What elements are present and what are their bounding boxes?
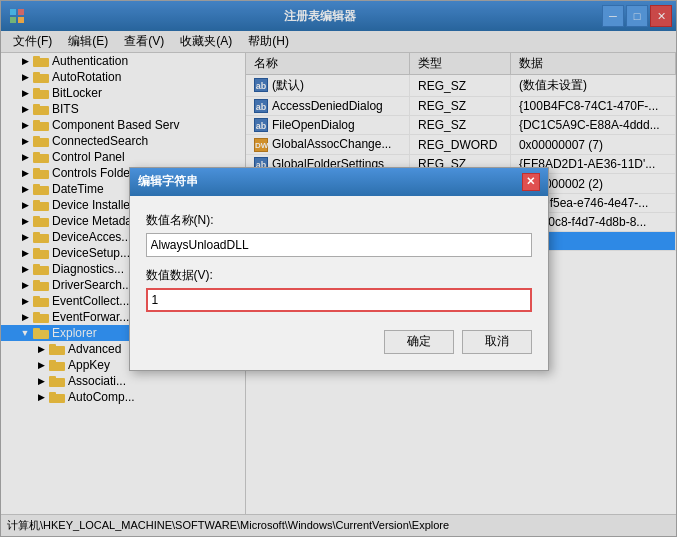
name-input[interactable] — [146, 233, 532, 257]
name-label: 数值名称(N): — [146, 212, 532, 229]
edit-string-dialog: 编辑字符串 ✕ 数值名称(N): 数值数据(V): 确定 取消 — [129, 167, 549, 371]
dialog-buttons: 确定 取消 — [146, 330, 532, 354]
name-section: 数值名称(N): — [146, 212, 532, 257]
cancel-button[interactable]: 取消 — [462, 330, 532, 354]
dialog-body: 数值名称(N): 数值数据(V): 确定 取消 — [130, 196, 548, 370]
dialog-title-bar: 编辑字符串 ✕ — [130, 168, 548, 196]
data-label: 数值数据(V): — [146, 267, 532, 284]
data-input[interactable] — [146, 288, 532, 312]
dialog-title-text: 编辑字符串 — [138, 173, 198, 190]
data-section: 数值数据(V): — [146, 267, 532, 312]
ok-button[interactable]: 确定 — [384, 330, 454, 354]
dialog-close-button[interactable]: ✕ — [522, 173, 540, 191]
dialog-overlay: 编辑字符串 ✕ 数值名称(N): 数值数据(V): 确定 取消 — [1, 1, 676, 536]
main-window: 注册表编辑器 ─ □ ✕ 文件(F) 编辑(E) 查看(V) 收藏夹(A) 帮助… — [0, 0, 677, 537]
